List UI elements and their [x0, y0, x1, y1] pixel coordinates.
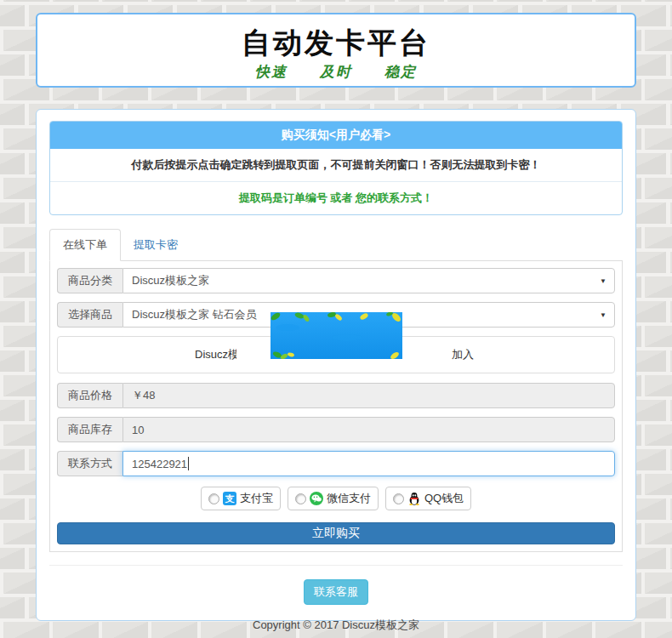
footer-divider: [49, 565, 623, 566]
category-value: Discuz模板之家: [132, 273, 209, 288]
chevron-down-icon: ▼: [600, 277, 607, 285]
chevron-down-icon: ▼: [600, 311, 607, 319]
contact-input[interactable]: 125422921: [122, 451, 615, 476]
stock-label: 商品库存: [57, 417, 122, 442]
site-title: 自动发卡平台: [37, 26, 635, 60]
pay-label-alipay: 支付宝: [240, 491, 273, 506]
category-label: 商品分类: [57, 268, 122, 293]
pay-option-alipay[interactable]: 支 支付宝: [201, 487, 281, 510]
pay-option-qq[interactable]: QQ钱包: [385, 487, 471, 510]
pay-label-wechat: 微信支付: [327, 491, 371, 506]
product-label: 选择商品: [57, 302, 122, 328]
stock-row: 商品库存 10: [57, 417, 615, 442]
stock-value: 10: [132, 424, 144, 436]
category-row: 商品分类 Discuz模板之家 ▼: [57, 268, 615, 293]
alipay-icon: 支: [223, 492, 236, 505]
text-caret: [188, 457, 189, 470]
price-label: 商品价格: [57, 383, 122, 408]
copyright-text: Copyright © 2017 Discuz模板之家: [37, 618, 635, 633]
pay-label-qq: QQ钱包: [424, 491, 464, 506]
qq-radio[interactable]: [393, 493, 404, 504]
notice-title: 购买须知<用户必看>: [50, 122, 622, 149]
payment-methods: 支 支付宝 微信支付: [57, 487, 615, 510]
price-value: ￥48: [132, 388, 155, 403]
page-background: { "header": { "title": "自动发卡平台", "subtit…: [0, 0, 672, 638]
contact-row: 联系方式 125422921: [57, 451, 615, 476]
notice-warning-text: 付款后按提示点击确定跳转到提取页面，不可提前关闭窗口！否则无法提取到卡密！: [50, 149, 622, 182]
qq-icon: [407, 492, 421, 505]
wechat-radio[interactable]: [295, 493, 306, 504]
description-left-fragment: Disucz模: [195, 347, 236, 362]
tab-online-order[interactable]: 在线下单: [49, 229, 121, 261]
buy-now-button[interactable]: 立即购买: [57, 522, 615, 544]
site-subtitle: 快速 及时 稳定: [37, 62, 635, 82]
site-header: 自动发卡平台 快速 及时 稳定: [36, 13, 636, 88]
order-form: 商品分类 Discuz模板之家 ▼ 选择商品 Discuz模板之家 钻石会员 ▼…: [49, 261, 623, 552]
purchase-notice: 购买须知<用户必看> 付款后按提示点击确定跳转到提取页面，不可提前关闭窗口！否则…: [49, 121, 623, 215]
description-right-fragment: 】加入: [449, 347, 478, 362]
contact-service-button[interactable]: 联系客服: [304, 579, 368, 605]
price-field: ￥48: [122, 383, 615, 408]
notice-extract-code-text: 提取码是订单编号 或者 您的联系方式！: [50, 182, 622, 214]
category-select[interactable]: Discuz模板之家 ▼: [122, 268, 615, 293]
order-tabs: 在线下单 提取卡密: [49, 229, 623, 261]
wechat-icon: [310, 492, 323, 505]
tab-extract-card[interactable]: 提取卡密: [121, 230, 191, 260]
product-value: Discuz模板之家 钻石会员: [132, 307, 257, 322]
stock-field: 10: [122, 417, 615, 442]
pay-option-wechat[interactable]: 微信支付: [288, 487, 379, 510]
svg-text:支: 支: [224, 493, 235, 504]
main-panel: 购买须知<用户必看> 付款后按提示点击确定跳转到提取页面，不可提前关闭窗口！否则…: [36, 109, 636, 621]
contact-value: 125422921: [132, 458, 187, 470]
alipay-radio[interactable]: [208, 493, 219, 504]
product-banner-image: [271, 312, 402, 359]
contact-label: 联系方式: [57, 451, 122, 476]
price-row: 商品价格 ￥48: [57, 383, 615, 408]
